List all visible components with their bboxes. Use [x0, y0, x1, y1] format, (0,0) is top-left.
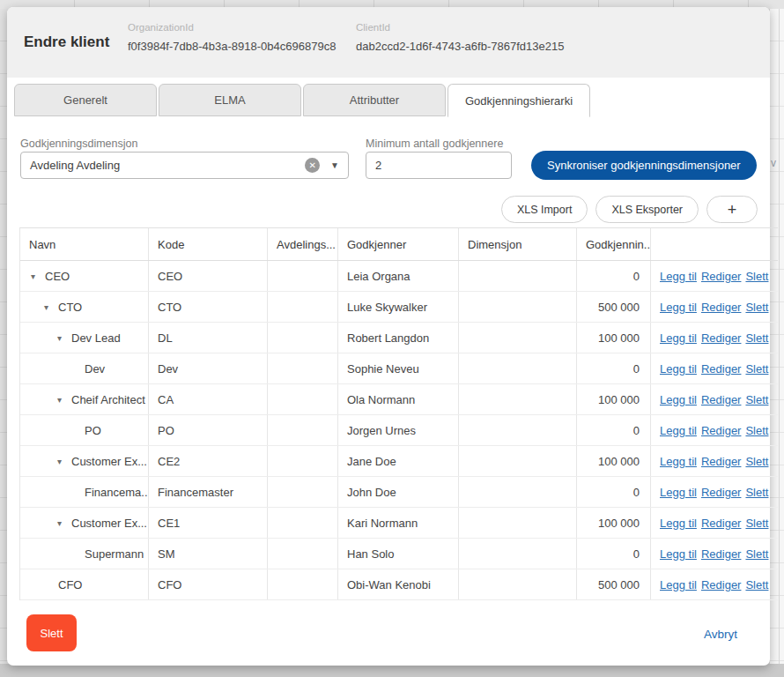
row-dimensjon	[459, 446, 577, 476]
row-avdeling	[268, 323, 338, 353]
dimension-select[interactable]: Avdeling Avdeling ✕ ▼	[20, 152, 349, 179]
slett-link[interactable]: Slett	[745, 547, 768, 561]
row-actions-cell: Legg tilRedigerSlett	[651, 323, 778, 353]
row-avdeling	[268, 415, 338, 445]
legg-til-link[interactable]: Legg til	[660, 362, 697, 376]
tab-attributter[interactable]: Attributter	[303, 84, 446, 116]
row-name-cell: ▾Cheif Architect	[20, 384, 149, 414]
legg-til-link[interactable]: Legg til	[660, 270, 697, 283]
rediger-link[interactable]: Rediger	[701, 301, 742, 314]
rediger-link[interactable]: Rediger	[701, 393, 742, 406]
slett-link[interactable]: Slett	[745, 393, 768, 406]
slett-link[interactable]: Slett	[745, 578, 768, 591]
slett-link[interactable]: Slett	[745, 301, 768, 314]
row-actions-cell: Legg tilRedigerSlett	[651, 477, 778, 507]
row-amount: 100 000	[577, 446, 651, 476]
row-name: Dev	[85, 362, 105, 376]
legg-til-link[interactable]: Legg til	[660, 486, 697, 499]
row-godkjenner: Leia Organa	[338, 261, 459, 291]
legg-til-link[interactable]: Legg til	[660, 424, 697, 437]
expander-icon[interactable]: ▾	[31, 272, 45, 281]
row-name-cell: ▾CEO	[20, 261, 149, 291]
row-godkjenner: Robert Langdon	[338, 323, 459, 353]
row-dimensjon	[459, 384, 577, 414]
column-header-godkjennin: Godkjennin...	[577, 228, 651, 260]
slett-link[interactable]: Slett	[745, 424, 768, 437]
row-amount: 0	[577, 477, 651, 507]
legg-til-link[interactable]: Legg til	[660, 455, 697, 468]
legg-til-link[interactable]: Legg til	[660, 547, 697, 561]
tab-elma[interactable]: ELMA	[159, 84, 301, 116]
rediger-link[interactable]: Rediger	[701, 424, 742, 437]
legg-til-link[interactable]: Legg til	[660, 578, 697, 591]
row-code: Dev	[149, 353, 268, 383]
slett-link[interactable]: Slett	[745, 270, 768, 283]
expander-icon[interactable]: ▾	[57, 457, 71, 466]
row-amount: 100 000	[577, 323, 651, 353]
row-name-cell: PO	[20, 415, 149, 445]
legg-til-link[interactable]: Legg til	[660, 301, 697, 314]
expander-icon[interactable]: ▾	[57, 333, 71, 343]
cancel-link[interactable]: Avbryt	[704, 628, 737, 641]
row-name: CEO	[45, 270, 70, 283]
row-code: DL	[149, 323, 268, 353]
slett-link[interactable]: Slett	[745, 517, 768, 530]
row-avdeling	[268, 539, 338, 569]
row-actions-cell: Legg tilRedigerSlett	[651, 446, 778, 476]
chevron-down-icon[interactable]: ▼	[330, 160, 339, 170]
tab-godkjenningshierarki[interactable]: Godkjenningshierarki	[447, 84, 590, 117]
dimension-select-value: Avdeling Avdeling	[30, 159, 305, 172]
row-code: CE1	[149, 508, 268, 538]
table-row: ▾Dev LeadDLRobert Langdon100 000Legg til…	[20, 323, 778, 353]
slett-link[interactable]: Slett	[745, 486, 768, 499]
expander-icon[interactable]: ▾	[57, 518, 71, 528]
table-row: CFOCFOObi-Wan Kenobi500 000Legg tilRedig…	[20, 569, 778, 600]
tab-generelt[interactable]: Generelt	[14, 84, 157, 116]
row-avdeling	[268, 508, 338, 538]
table-row: ▾CEOCEOLeia Organa0Legg tilRedigerSlett	[20, 261, 778, 292]
row-code: CFO	[149, 569, 268, 599]
rediger-link[interactable]: Rediger	[701, 270, 742, 283]
slett-link[interactable]: Slett	[745, 331, 768, 345]
table-row: ▾CTOCTOLuke Skywalker500 000Legg tilRedi…	[20, 292, 778, 323]
row-amount: 0	[577, 539, 651, 569]
client-id-label: ClientId	[356, 22, 564, 33]
column-header-kode: Kode	[149, 228, 268, 260]
column-header-actions	[651, 228, 778, 260]
dimension-label: Godkjenningsdimensjon	[20, 138, 137, 150]
xls-import-button[interactable]: XLS Import	[501, 196, 588, 223]
column-header-godkjenner: Godkjenner	[338, 228, 459, 260]
row-code: Financemaster	[149, 477, 268, 507]
clear-icon[interactable]: ✕	[305, 158, 320, 173]
legg-til-link[interactable]: Legg til	[660, 331, 697, 345]
table-row: POPOJorgen Urnes0Legg tilRedigerSlett	[20, 415, 778, 446]
min-approvers-input[interactable]	[366, 152, 512, 179]
rediger-link[interactable]: Rediger	[701, 362, 742, 376]
sync-dimensions-button[interactable]: Synkroniser godkjenningsdimensjoner	[531, 151, 757, 180]
rediger-link[interactable]: Rediger	[701, 517, 742, 530]
row-name-cell: ▾Customer Ex...	[20, 446, 149, 476]
delete-button[interactable]: Slett	[26, 614, 77, 651]
row-dimensjon	[459, 539, 577, 569]
row-name-cell: ▾Customer Ex...	[20, 508, 149, 538]
expander-icon[interactable]: ▾	[57, 395, 71, 405]
rediger-link[interactable]: Rediger	[701, 486, 742, 499]
rediger-link[interactable]: Rediger	[701, 455, 742, 468]
xls-export-button[interactable]: XLS Eksporter	[595, 196, 699, 223]
row-dimensjon	[459, 353, 577, 383]
rediger-link[interactable]: Rediger	[701, 547, 742, 561]
row-actions-cell: Legg tilRedigerSlett	[651, 384, 778, 414]
row-godkjenner: Luke Skywalker	[338, 292, 459, 322]
row-godkjenner: Sophie Neveu	[338, 353, 459, 383]
slett-link[interactable]: Slett	[745, 455, 768, 468]
expander-icon[interactable]: ▾	[44, 302, 58, 312]
rediger-link[interactable]: Rediger	[701, 578, 742, 591]
slett-link[interactable]: Slett	[745, 362, 768, 376]
legg-til-link[interactable]: Legg til	[660, 517, 697, 530]
add-row-button[interactable]: +	[706, 196, 758, 223]
legg-til-link[interactable]: Legg til	[660, 393, 697, 406]
rediger-link[interactable]: Rediger	[701, 331, 742, 345]
row-code: PO	[149, 415, 268, 445]
background-divider	[779, 9, 780, 665]
background-bottom-strip	[0, 664, 784, 677]
